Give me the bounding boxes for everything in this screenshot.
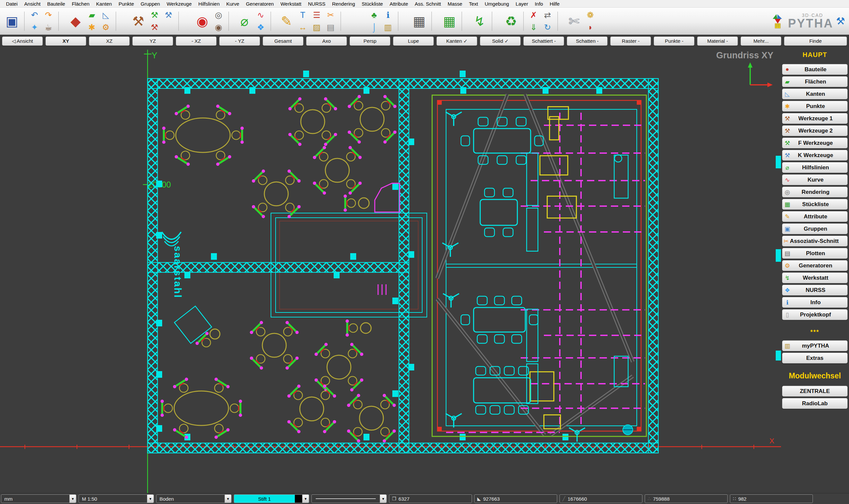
sidebar-button-werkzeuge-2[interactable]: ⚒Werkzeuge 2	[782, 125, 848, 136]
view-button--xz[interactable]: - XZ	[176, 36, 216, 46]
sidebar-button-kurve[interactable]: ∿Kurve	[782, 174, 848, 185]
save-icon[interactable]: ▣	[3, 15, 21, 27]
truss[interactable]	[148, 263, 409, 272]
menu-item-kanten[interactable]: Kanten	[93, 1, 116, 7]
view-button-axo[interactable]: Axo	[306, 36, 347, 46]
menu-item-werkzeuge[interactable]: Werkzeuge	[163, 1, 195, 7]
round-table[interactable]	[300, 397, 324, 421]
menu-item-gruppen[interactable]: Gruppen	[137, 1, 163, 7]
sidebar-button-extras[interactable]: Extras	[782, 353, 848, 363]
sidebar-button-zentrale[interactable]: ZENTRALE	[782, 386, 848, 397]
menu-item-ass-schnitt[interactable]: Ass. Schnitt	[412, 1, 445, 7]
menu-item-generatoren[interactable]: Generatoren	[242, 1, 277, 7]
scale-dropdown[interactable]: M 1:50▼	[79, 494, 154, 503]
dropdown-arrow-icon[interactable]: ▼	[147, 495, 154, 503]
view-button-mehr-[interactable]: Mehr...	[741, 36, 781, 46]
sidebar-button-mypytha[interactable]: ▥myPYTHA	[782, 340, 848, 351]
menu-item-punkte[interactable]: Punkte	[115, 1, 137, 7]
tripod[interactable]	[443, 293, 459, 307]
eye-icon[interactable]: ◉	[212, 21, 226, 33]
tripod[interactable]	[446, 112, 462, 126]
view-button-persp[interactable]: Persp	[349, 36, 390, 46]
sidebar-button-kanten[interactable]: ◺Kanten	[782, 89, 848, 100]
view-button-finde[interactable]: Finde	[784, 36, 847, 46]
menu-item-werkstatt[interactable]: Werkstatt	[277, 1, 305, 7]
sidebar-button-attribute[interactable]: ✎Attribute	[782, 211, 848, 222]
view-button-punkte-[interactable]: Punkte -	[654, 36, 694, 46]
render-balloon-icon[interactable]: ◉	[193, 15, 212, 27]
organize-recycle-icon[interactable]: ♻	[502, 15, 520, 27]
view-button-raster-[interactable]: Raster -	[610, 36, 651, 46]
sidebar-button-info[interactable]: ℹInfo	[782, 297, 848, 308]
dropdown-arrow-icon[interactable]: ▼	[380, 495, 386, 503]
printer-icon[interactable]: ▦	[410, 15, 429, 27]
shield-icon[interactable]: ❖	[254, 21, 267, 33]
sidebar-button-f-werkzeuge[interactable]: ⚒F Werkzeuge	[782, 138, 848, 148]
menu-item-layer[interactable]: Layer	[513, 1, 532, 7]
insert-icon[interactable]: ⇓	[527, 21, 541, 33]
sidebar-button-werkstatt[interactable]: ↯Werkstatt	[782, 272, 848, 283]
round-table[interactable]	[264, 182, 288, 206]
round-table[interactable]	[360, 107, 384, 131]
tools2-pliers-icon[interactable]: ⚒	[148, 21, 161, 33]
menu-item-rendering[interactable]: Rendering	[329, 1, 358, 7]
sidebar-button-nurss[interactable]: ❖NURSS	[782, 285, 848, 295]
gears-icon[interactable]: ⚙	[99, 21, 113, 33]
curve-icon[interactable]: ∿	[254, 9, 267, 21]
menu-item-hilfslinien[interactable]: Hilfslinien	[195, 1, 223, 7]
dropdown-arrow-icon[interactable]: ▼	[69, 495, 76, 503]
menu-item-ansicht[interactable]: Ansicht	[21, 1, 44, 7]
oval-table[interactable]	[176, 118, 230, 152]
view-button-material-[interactable]: Material -	[697, 36, 738, 46]
sidebar-button-st-ckliste[interactable]: ▦Stückliste	[782, 199, 848, 210]
menu-item-kurve[interactable]: Kurve	[223, 1, 242, 7]
f-tools-icon[interactable]: ⚒	[148, 9, 161, 21]
menu-item-masse[interactable]: Masse	[445, 1, 466, 7]
conference-table[interactable]	[473, 307, 525, 332]
layers-icon[interactable]: ▤	[324, 21, 337, 33]
layer-dropdown[interactable]: Boden▼	[156, 494, 231, 503]
sidebar-button-bauteile[interactable]: ●Bauteile	[782, 64, 848, 75]
oval-table[interactable]	[174, 391, 228, 426]
rotated-table[interactable]	[174, 306, 212, 343]
sidebar-button-assoziativ-schnitt[interactable]: ✂Assoziativ-Schnitt	[782, 236, 848, 247]
hook-icon[interactable]: ⌡	[367, 21, 381, 33]
menu-item-fl-chen[interactable]: Flächen	[68, 1, 92, 7]
menu-item-bauteile[interactable]: Bauteile	[44, 1, 68, 7]
round-table[interactable]	[325, 158, 349, 182]
truss[interactable]	[648, 78, 658, 453]
tools1-hammer-icon[interactable]: ⚒	[129, 15, 148, 27]
small-table[interactable]	[359, 198, 369, 209]
menu-item-attribute[interactable]: Attribute	[386, 1, 412, 7]
view-button-lupe[interactable]: Lupe	[393, 36, 434, 46]
k-tools-icon[interactable]: ⚒	[161, 9, 175, 21]
dropdown-arrow-icon[interactable]: ▼	[302, 495, 309, 503]
faces-icon[interactable]: ▰	[85, 9, 99, 21]
info-icon[interactable]: ℹ	[381, 9, 395, 21]
material-gold-icon[interactable]: ❁	[583, 9, 597, 21]
dimension-lines-icon[interactable]: ☰	[310, 9, 324, 21]
measure-100-icon[interactable]: ↔	[296, 21, 310, 33]
hatch-icon[interactable]: ▨	[310, 21, 324, 33]
chest-icon[interactable]: ▥	[381, 21, 395, 33]
conference-table[interactable]	[480, 199, 517, 225]
sidebar-button-gruppen[interactable]: ▣Gruppen	[782, 223, 848, 234]
round-table[interactable]	[360, 406, 383, 430]
rotate-icon[interactable]: ↻	[541, 21, 555, 33]
menu-item-st-ckliste[interactable]: Stückliste	[358, 1, 386, 7]
camera-icon[interactable]: ◎	[212, 9, 226, 21]
sidebar-button-werkzeuge-1[interactable]: ⚒Werkzeuge 1	[782, 113, 848, 124]
environment-tree-icon[interactable]: ♣	[367, 9, 381, 21]
menu-item-info[interactable]: Info	[531, 1, 546, 7]
view-button-yz[interactable]: YZ	[132, 36, 173, 46]
dessert-icon[interactable]: ◗	[583, 21, 597, 33]
move-icon[interactable]: ⇄	[541, 9, 555, 21]
edges-icon[interactable]: ◺	[99, 9, 113, 21]
sidebar-button-punkte[interactable]: ✱Punkte	[782, 101, 848, 112]
tripod[interactable]	[446, 414, 462, 428]
menu-item-datei[interactable]: Datei	[3, 1, 21, 7]
sidebar-button-hilfslinien[interactable]: ⌀Hilfslinien	[782, 162, 848, 173]
guides-compass-icon[interactable]: ⌀	[235, 15, 254, 27]
pen-dropdown[interactable]: Stift 1▼	[234, 494, 309, 503]
conference-table[interactable]	[473, 129, 531, 153]
